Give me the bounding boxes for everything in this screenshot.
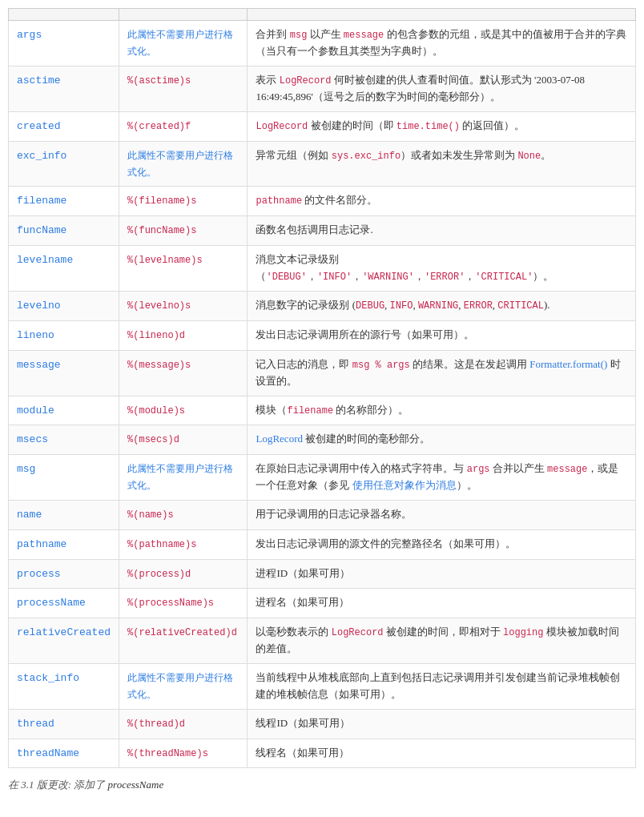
attr-name: pathname [17, 538, 66, 550]
attr-name-cell: pathname [9, 529, 119, 559]
attr-name: exc_info [17, 150, 66, 162]
table-row: funcName%(funcName)s函数名包括调用日志记录. [9, 216, 636, 246]
desc-cell: 发出日志记录调用的源文件的完整路径名（如果可用）。 [248, 529, 636, 559]
desc-cell: 进程ID（如果可用） [248, 559, 636, 589]
format-cell: %(process)d [119, 559, 248, 589]
desc-cell: 消息数字的记录级别 (DEBUG, INFO, WARNING, ERROR, … [248, 291, 636, 320]
attr-name: module [17, 404, 54, 417]
attr-name-cell: levelno [9, 291, 119, 320]
format-cell: %(name)s [119, 501, 248, 530]
format-code: %(levelname)s [127, 255, 203, 266]
attr-name: thread [17, 718, 54, 730]
attr-name-cell: lineno [9, 320, 119, 350]
table-row: args此属性不需要用户进行格式化。合并到 msg 以产生 message 的包… [9, 21, 636, 66]
format-code: %(asctime)s [127, 75, 191, 87]
desc-cell: 进程名（如果可用） [248, 589, 636, 618]
format-cell: %(levelno)s [119, 291, 248, 320]
format-cell: %(levelname)s [119, 245, 248, 291]
desc-cell: LogRecord 被创建的时间（即 time.time() 的返回值）。 [248, 111, 636, 141]
table-row: created%(created)fLogRecord 被创建的时间（即 tim… [9, 111, 636, 141]
attr-name: name [17, 509, 42, 521]
attr-name: processName [17, 597, 86, 609]
attr-name: args [17, 29, 42, 41]
col-header-attr [9, 9, 119, 21]
attr-name: lineno [17, 329, 54, 341]
attr-name: levelname [17, 254, 73, 266]
format-cell: %(relativeCreated)d [119, 618, 248, 664]
table-row: message%(message)s记入日志的消息，即 msg % args 的… [9, 350, 636, 396]
footnote-version: 3.1 版更改: [21, 779, 71, 791]
format-cell: %(pathname)s [119, 529, 248, 559]
table-row: stack_info此属性不需要用户进行格式化。当前线程中从堆栈底部向上直到包括… [9, 664, 636, 710]
no-format-text: 此属性不需要用户进行格式化。 [127, 29, 233, 57]
table-row: levelname%(levelname)s消息文本记录级别（'DEBUG'，'… [9, 245, 636, 291]
format-cell: %(processName)s [119, 589, 248, 618]
table-header-row [9, 9, 636, 21]
attr-name: stack_info [17, 672, 79, 684]
desc-cell: LogRecord 被创建的时间的毫秒部分。 [248, 425, 636, 455]
attr-name-cell: module [9, 396, 119, 425]
attr-name-cell: thread [9, 709, 119, 739]
format-code: %(threadName)s [127, 748, 208, 759]
format-cell: %(threadName)s [119, 739, 248, 768]
format-code: %(filename)s [127, 195, 196, 207]
attr-name: process [17, 568, 61, 580]
format-code: %(created)f [127, 121, 191, 132]
attr-name-cell: levelname [9, 245, 119, 291]
format-code: %(process)d [127, 569, 191, 580]
attr-name-cell: args [9, 21, 119, 66]
footnote: 在 3.1 版更改: 添加了 processName [8, 778, 636, 792]
attr-name-cell: msecs [9, 425, 119, 455]
no-format-text: 此属性不需要用户进行格式化。 [127, 672, 233, 700]
format-cell: %(thread)d [119, 709, 248, 739]
format-code: %(lineno)d [127, 330, 185, 341]
format-cell: %(message)s [119, 350, 248, 396]
table-row: module%(module)s模块（filename 的名称部分）。 [9, 396, 636, 425]
format-cell: 此属性不需要用户进行格式化。 [119, 455, 248, 501]
attr-name-cell: asctime [9, 66, 119, 111]
attr-name-cell: processName [9, 589, 119, 618]
desc-cell: 消息文本记录级别（'DEBUG'，'INFO'，'WARNING'，'ERROR… [248, 245, 636, 291]
table-row: threadName%(threadName)s线程名（如果可用） [9, 739, 636, 768]
format-cell: %(funcName)s [119, 216, 248, 246]
format-code: %(msecs)d [127, 434, 179, 445]
format-cell: %(asctime)s [119, 66, 248, 111]
attr-name-cell: name [9, 501, 119, 530]
no-format-text: 此属性不需要用户进行格式化。 [127, 463, 233, 491]
desc-cell: 记入日志的消息，即 msg % args 的结果。这是在发起调用 Formatt… [248, 350, 636, 396]
desc-cell: 表示 LogRecord 何时被创建的供人查看时间值。默认形式为 '2003-0… [248, 66, 636, 111]
table-row: msg此属性不需要用户进行格式化。在原始日志记录调用中传入的格式字符串。与 ar… [9, 455, 636, 501]
attr-name: relativeCreated [17, 626, 111, 638]
format-code: %(pathname)s [127, 539, 196, 550]
desc-cell: 线程名（如果可用） [248, 739, 636, 768]
desc-cell: 当前线程中从堆栈底部向上直到包括日志记录调用并引发创建当前记录堆栈帧创建的堆栈帧… [248, 664, 636, 710]
format-code: %(name)s [127, 509, 174, 521]
table-row: pathname%(pathname)s发出日志记录调用的源文件的完整路径名（如… [9, 529, 636, 559]
table-row: lineno%(lineno)d发出日志记录调用所在的源行号（如果可用）。 [9, 320, 636, 350]
desc-cell: 函数名包括调用日志记录. [248, 216, 636, 246]
desc-cell: 以毫秒数表示的 LogRecord 被创建的时间，即相对于 logging 模块… [248, 618, 636, 664]
attr-name: msecs [17, 433, 48, 445]
attr-name: funcName [17, 224, 66, 236]
table-row: processName%(processName)s进程名（如果可用） [9, 589, 636, 618]
format-cell: %(module)s [119, 396, 248, 425]
attr-name-cell: threadName [9, 739, 119, 768]
desc-cell: 异常元组（例如 sys.exc_info）或者如未发生异常则为 None。 [248, 141, 636, 187]
attr-name-cell: stack_info [9, 664, 119, 710]
table-row: relativeCreated%(relativeCreated)d以毫秒数表示… [9, 618, 636, 664]
attr-name: levelno [17, 300, 61, 312]
table-row: process%(process)d进程ID（如果可用） [9, 559, 636, 589]
attr-name-cell: msg [9, 455, 119, 501]
attr-name: created [17, 120, 61, 132]
format-cell: 此属性不需要用户进行格式化。 [119, 141, 248, 187]
attr-name-cell: exc_info [9, 141, 119, 187]
format-code: %(module)s [127, 405, 185, 417]
format-cell: 此属性不需要用户进行格式化。 [119, 21, 248, 66]
desc-cell: 用于记录调用的日志记录器名称。 [248, 501, 636, 530]
table-row: thread%(thread)d线程ID（如果可用） [9, 709, 636, 739]
table-row: name%(name)s用于记录调用的日志记录器名称。 [9, 501, 636, 530]
format-code: %(relativeCreated)d [127, 627, 237, 638]
attr-name-cell: funcName [9, 216, 119, 246]
desc-cell: 模块（filename 的名称部分）。 [248, 396, 636, 425]
attr-name: msg [17, 463, 35, 475]
